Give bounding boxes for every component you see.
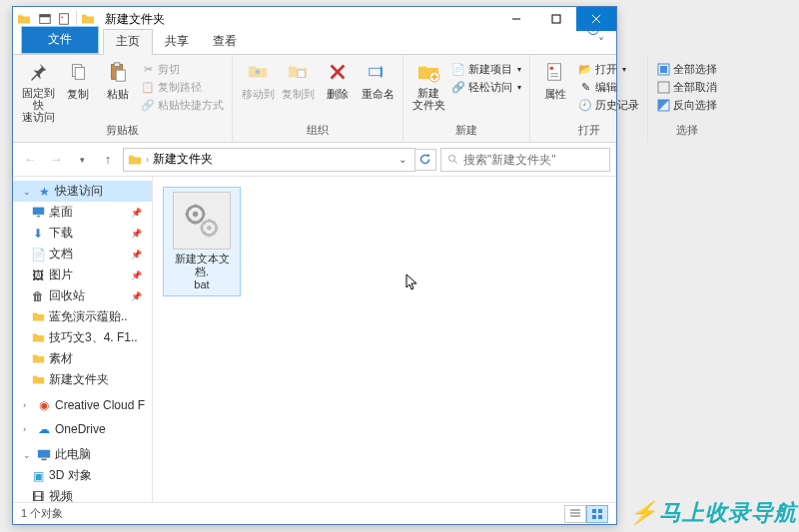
file-pane[interactable]: 新建文本文档. bat bbox=[153, 177, 616, 502]
sidebar-videos[interactable]: 🎞视频 bbox=[13, 486, 152, 502]
properties-button[interactable]: 属性 bbox=[536, 59, 574, 102]
select-none-button[interactable]: 全部取消 bbox=[654, 79, 719, 96]
sidebar-this-pc[interactable]: ⌄此电脑 bbox=[13, 444, 152, 465]
move-to-button[interactable]: 移动到 bbox=[239, 59, 277, 102]
help-button[interactable]: ? ˅ bbox=[586, 22, 616, 54]
history-button[interactable]: 🕘历史记录 bbox=[576, 97, 641, 114]
paste-shortcut-button[interactable]: 🔗粘贴快捷方式 bbox=[139, 97, 226, 114]
item-count: 1 个对象 bbox=[21, 506, 63, 521]
easyaccess-icon: 🔗 bbox=[451, 81, 465, 95]
nav-recent-button[interactable]: ▾ bbox=[71, 149, 93, 171]
nav-back-button[interactable]: ← bbox=[19, 149, 41, 171]
svg-rect-32 bbox=[41, 458, 46, 460]
newitem-icon: 📄 bbox=[451, 63, 465, 77]
chevron-right-icon[interactable]: › bbox=[146, 155, 149, 165]
rename-button[interactable]: 重命名 bbox=[359, 59, 397, 102]
maximize-button[interactable] bbox=[536, 7, 576, 31]
minimize-button[interactable] bbox=[496, 7, 536, 31]
ribbon-group-clipboard: 固定到快 速访问 复制 粘贴 ✂剪切 📋复制路径 🔗粘贴快捷方式 剪贴板 bbox=[13, 55, 233, 142]
sidebar-desktop[interactable]: 桌面📌 bbox=[13, 202, 152, 223]
copyto-icon bbox=[285, 59, 311, 85]
sidebar-item[interactable]: 新建文件夹 bbox=[13, 369, 152, 390]
folder-icon bbox=[31, 331, 45, 345]
ribbon-group-organize: 移动到 复制到 删除 重命名 组织 bbox=[233, 55, 403, 142]
pin-icon: 📌 bbox=[131, 229, 146, 239]
search-box[interactable] bbox=[440, 148, 610, 172]
sidebar-quick-access[interactable]: ⌄★快速访问 bbox=[13, 181, 152, 202]
svg-point-27 bbox=[449, 155, 455, 161]
qa-open-icon[interactable] bbox=[37, 11, 53, 27]
sidebar-downloads[interactable]: ⬇下载📌 bbox=[13, 223, 152, 244]
sidebar-onedrive[interactable]: ›☁OneDrive bbox=[13, 420, 152, 438]
search-input[interactable] bbox=[463, 153, 603, 167]
invert-selection-button[interactable]: 反向选择 bbox=[654, 97, 719, 114]
svg-text:?: ? bbox=[591, 25, 596, 34]
copy-to-button[interactable]: 复制到 bbox=[279, 59, 317, 102]
address-dropdown-button[interactable]: ⌄ bbox=[395, 154, 410, 165]
chevron-down-icon[interactable]: ⌄ bbox=[23, 187, 33, 197]
tab-file[interactable]: 文件 bbox=[21, 26, 99, 54]
svg-rect-17 bbox=[381, 67, 383, 78]
copypath-icon: 📋 bbox=[141, 81, 155, 95]
qa-props-icon[interactable] bbox=[56, 11, 72, 27]
tab-share[interactable]: 共享 bbox=[153, 30, 201, 54]
window-body: ⌄★快速访问 桌面📌 ⬇下载📌 📄文档📌 🖼图片📌 🗑回收站📌 蓝免演示蕴贻..… bbox=[13, 177, 616, 502]
edit-button[interactable]: ✎编辑 bbox=[576, 79, 641, 96]
downloads-icon: ⬇ bbox=[31, 227, 45, 241]
sidebar-recycle[interactable]: 🗑回收站📌 bbox=[13, 285, 152, 306]
copy-button[interactable]: 复制 bbox=[59, 59, 97, 102]
refresh-button[interactable] bbox=[414, 149, 436, 171]
desktop-icon bbox=[31, 206, 45, 220]
chevron-down-icon[interactable]: ⌄ bbox=[23, 450, 33, 460]
lightning-icon: ⚡ bbox=[629, 500, 657, 525]
nav-forward-button[interactable]: → bbox=[45, 149, 67, 171]
delete-button[interactable]: 删除 bbox=[319, 59, 357, 102]
tab-home[interactable]: 主页 bbox=[103, 29, 153, 55]
watermark: ⚡马上收录导航 bbox=[629, 498, 797, 528]
svg-rect-15 bbox=[298, 70, 305, 77]
open-button[interactable]: 📂打开▾ bbox=[576, 61, 641, 78]
recycle-icon: 🗑 bbox=[31, 289, 45, 303]
address-bar[interactable]: › 新建文件夹 ⌄ bbox=[123, 148, 415, 172]
folder-icon bbox=[81, 12, 95, 26]
sidebar-item[interactable]: 蓝免演示蕴贻.. bbox=[13, 306, 152, 327]
sidebar-3d-objects[interactable]: ▣3D 对象 bbox=[13, 465, 152, 486]
thispc-icon bbox=[37, 448, 51, 462]
icons-view-button[interactable] bbox=[586, 505, 608, 523]
chevron-right-icon[interactable]: › bbox=[23, 400, 33, 410]
paste-button[interactable]: 粘贴 bbox=[99, 59, 137, 102]
chevron-right-icon[interactable]: › bbox=[23, 424, 33, 434]
sidebar-creative-cloud[interactable]: ›◉Creative Cloud F bbox=[13, 396, 152, 414]
copy-path-button[interactable]: 📋复制路径 bbox=[139, 79, 226, 96]
breadcrumb[interactable]: 新建文件夹 bbox=[153, 151, 213, 168]
new-folder-button[interactable]: 新建 文件夹 bbox=[409, 59, 447, 111]
pictures-icon: 🖼 bbox=[31, 268, 45, 282]
sidebar-item[interactable]: 素材 bbox=[13, 348, 152, 369]
details-view-button[interactable] bbox=[564, 505, 586, 523]
new-item-button[interactable]: 📄新建项目▾ bbox=[449, 61, 523, 78]
sidebar-item[interactable]: 技巧文3、4. F1.. bbox=[13, 327, 152, 348]
ribbon-group-new: 新建 文件夹 📄新建项目▾ 🔗轻松访问▾ 新建 bbox=[403, 55, 530, 142]
cut-button[interactable]: ✂剪切 bbox=[139, 61, 226, 78]
sidebar-documents[interactable]: 📄文档📌 bbox=[13, 244, 152, 265]
easy-access-button[interactable]: 🔗轻松访问▾ bbox=[449, 79, 523, 96]
pin-to-quick-access-button[interactable]: 固定到快 速访问 bbox=[19, 59, 57, 123]
file-item[interactable]: 新建文本文档. bat bbox=[163, 187, 241, 296]
sidebar-pictures[interactable]: 🖼图片📌 bbox=[13, 265, 152, 285]
nav-up-button[interactable]: ↑ bbox=[97, 149, 119, 171]
sidebar[interactable]: ⌄★快速访问 桌面📌 ⬇下载📌 📄文档📌 🖼图片📌 🗑回收站📌 蓝免演示蕴贻..… bbox=[13, 177, 153, 502]
cut-icon: ✂ bbox=[141, 63, 155, 77]
search-icon bbox=[447, 154, 459, 166]
svg-rect-43 bbox=[598, 515, 602, 519]
svg-rect-24 bbox=[660, 66, 667, 73]
properties-icon bbox=[542, 59, 568, 85]
group-label: 组织 bbox=[307, 123, 329, 140]
folder-icon bbox=[128, 153, 142, 167]
group-label: 剪贴板 bbox=[106, 123, 139, 140]
select-all-button[interactable]: 全部选择 bbox=[654, 61, 719, 78]
pin-icon: 📌 bbox=[131, 208, 146, 218]
edit-icon: ✎ bbox=[578, 81, 592, 95]
history-icon: 🕘 bbox=[578, 99, 592, 113]
group-label: 新建 bbox=[455, 123, 477, 140]
tab-view[interactable]: 查看 bbox=[201, 30, 249, 54]
